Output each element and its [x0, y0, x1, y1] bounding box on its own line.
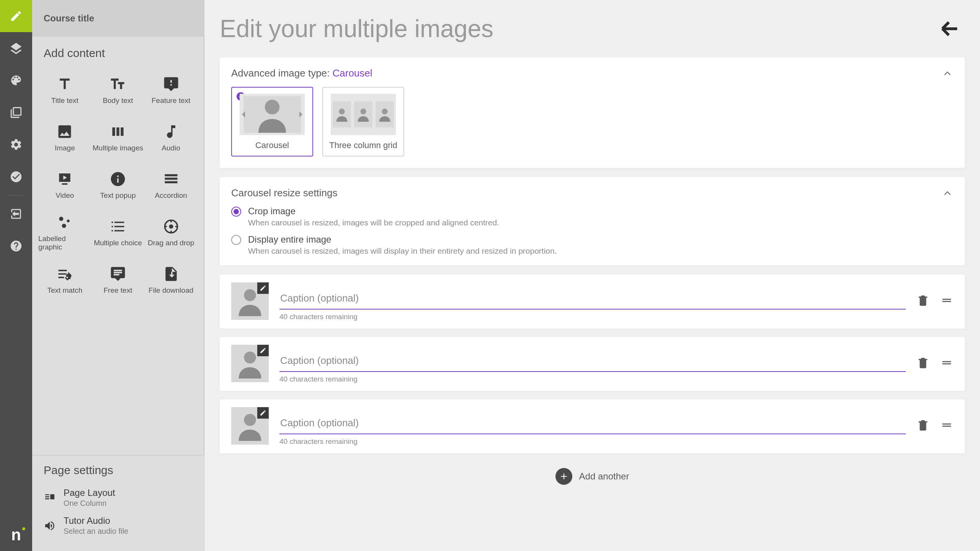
- content-multiple-images[interactable]: Multiple images: [91, 114, 145, 161]
- content-file-download[interactable]: File download: [144, 256, 198, 304]
- page-title: Edit your multiple images: [220, 15, 493, 43]
- rail-edit[interactable]: [0, 0, 32, 32]
- content-text-popup[interactable]: Text popup: [91, 161, 145, 209]
- pencil-icon: [10, 10, 23, 23]
- page-layout-row[interactable]: Page Layout One Column: [44, 484, 193, 512]
- trash-icon: [916, 294, 929, 307]
- char-remaining: 40 characters remaining: [279, 313, 906, 321]
- drag-drop-icon: [163, 218, 180, 235]
- collapse-button[interactable]: [942, 187, 953, 199]
- radio-entire-label: Display entire image: [248, 234, 557, 245]
- tutor-audio-sub: Select an audio file: [64, 527, 128, 536]
- delete-button[interactable]: [916, 294, 929, 307]
- rail-palette[interactable]: [0, 64, 32, 96]
- content-label: Multiple images: [93, 144, 143, 152]
- content-free-text[interactable]: Free text: [91, 256, 145, 304]
- content-title-text[interactable]: Title text: [38, 67, 91, 114]
- delete-button[interactable]: [916, 419, 929, 432]
- svg-point-10: [244, 289, 256, 301]
- caption-input[interactable]: [279, 350, 906, 372]
- rail-settings[interactable]: [0, 129, 32, 161]
- content-accordion[interactable]: Accordion: [144, 161, 198, 209]
- svg-point-0: [59, 217, 64, 221]
- edit-image-button[interactable]: [257, 407, 269, 419]
- chevron-up-icon: [942, 68, 953, 79]
- image-row: 40 characters remaining: [220, 337, 965, 391]
- advanced-type-card: Advanced image type: Carousel Carousel: [220, 57, 965, 168]
- image-thumbnail[interactable]: [231, 282, 269, 320]
- feature-text-icon: [163, 76, 180, 93]
- edit-image-button[interactable]: [257, 282, 269, 294]
- radio-display-entire[interactable]: [231, 235, 241, 245]
- svg-point-8: [360, 109, 366, 114]
- labelled-graphic-icon: [56, 214, 73, 231]
- content-multiple-choice[interactable]: 1Multiple choice: [91, 209, 145, 256]
- carousel-next-icon: [299, 111, 302, 117]
- drag-handle[interactable]: [940, 419, 953, 432]
- content-feature-text[interactable]: Feature text: [144, 67, 198, 114]
- person-silhouette-icon: [333, 101, 351, 127]
- add-another-button[interactable]: Add another: [220, 462, 965, 488]
- type-carousel-label: Carousel: [255, 140, 289, 150]
- gear-icon: [10, 138, 23, 151]
- main: Edit your multiple images Advanced image…: [204, 0, 980, 551]
- brand-logo[interactable]: n: [0, 519, 32, 551]
- accordion-icon: [163, 171, 180, 187]
- type-three-column-grid[interactable]: Three column grid: [322, 87, 404, 156]
- edit-image-button[interactable]: [257, 345, 269, 356]
- content-label: Labelled graphic: [38, 235, 91, 251]
- check-circle-icon: [10, 170, 23, 183]
- image-thumbnail[interactable]: [231, 407, 269, 445]
- content-text-match[interactable]: Text match: [38, 256, 91, 304]
- content-label: Accordion: [155, 191, 187, 200]
- text-match-icon: [56, 266, 73, 282]
- collapse-button[interactable]: [942, 68, 953, 79]
- content-video[interactable]: Video: [38, 161, 91, 209]
- caption-input[interactable]: [279, 412, 906, 434]
- page-layout-sub: One Column: [64, 499, 115, 508]
- image-row: 40 characters remaining: [220, 275, 965, 329]
- type-carousel[interactable]: Carousel: [231, 87, 313, 156]
- free-text-icon: [109, 266, 126, 282]
- svg-point-7: [339, 109, 345, 114]
- content-label: Feature text: [152, 96, 190, 105]
- help-icon: [10, 240, 23, 253]
- content-drag-drop[interactable]: Drag and drop: [144, 209, 198, 256]
- back-button[interactable]: [939, 18, 961, 40]
- add-content-heading: Add content: [32, 37, 204, 67]
- rail-layers[interactable]: [0, 32, 32, 64]
- svg-point-5: [169, 225, 173, 229]
- content-label: Body text: [103, 96, 133, 105]
- content-label: Image: [55, 144, 75, 152]
- person-silhouette-icon: [354, 101, 372, 127]
- content-label: Title text: [51, 96, 78, 105]
- drag-handle[interactable]: [940, 294, 953, 307]
- content-body-text[interactable]: Body text: [91, 67, 145, 114]
- rail-exit[interactable]: [0, 198, 32, 230]
- delete-button[interactable]: [916, 356, 929, 369]
- svg-text:1: 1: [111, 221, 113, 223]
- arrow-left-icon: [939, 18, 961, 40]
- page-settings: Page settings Page Layout One Column Tut…: [32, 455, 204, 551]
- rail-check[interactable]: [0, 161, 32, 193]
- tutor-audio-row[interactable]: Tutor Audio Select an audio file: [44, 512, 193, 540]
- type-grid-label: Three column grid: [329, 140, 397, 150]
- pencil-icon: [260, 347, 266, 354]
- drag-handle-icon: [940, 294, 953, 307]
- rail-library[interactable]: [0, 96, 32, 129]
- radio-crop-image[interactable]: [231, 207, 241, 217]
- content-label: Audio: [162, 144, 180, 152]
- course-title[interactable]: Course title: [32, 0, 204, 37]
- content-labelled-graphic[interactable]: Labelled graphic: [38, 209, 91, 256]
- rail-help[interactable]: [0, 230, 32, 262]
- video-icon: [56, 171, 73, 187]
- image-thumbnail[interactable]: [231, 345, 269, 382]
- drag-handle[interactable]: [940, 356, 953, 369]
- caption-input[interactable]: [279, 288, 906, 310]
- page-layout-label: Page Layout: [64, 487, 115, 498]
- radio-crop-desc: When carousel is resized, images will be…: [248, 218, 499, 227]
- radio-crop-label: Crop image: [248, 206, 499, 217]
- content-image[interactable]: Image: [38, 114, 91, 161]
- plus-icon-wrap: [555, 468, 572, 485]
- content-audio[interactable]: Audio: [144, 114, 198, 161]
